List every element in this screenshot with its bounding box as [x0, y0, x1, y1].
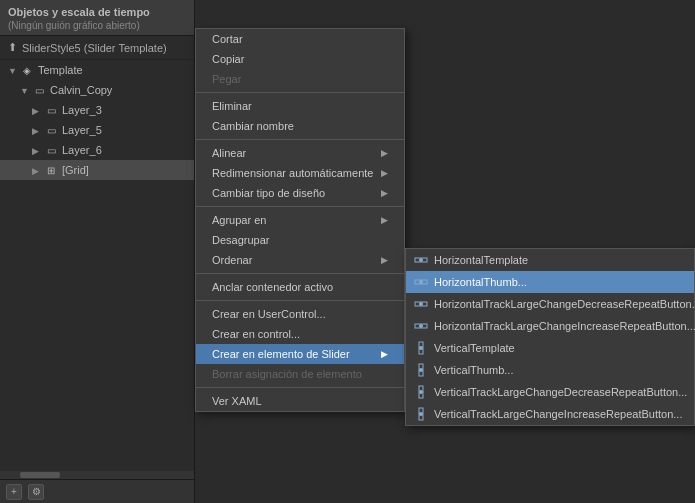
slider-icon	[414, 385, 428, 399]
style-label: SliderStyle5 (Slider Template)	[22, 42, 167, 54]
submenu-label: HorizontalThumb...	[434, 276, 527, 288]
menu-ordenar[interactable]: Ordenar ▶	[196, 250, 404, 270]
menu-crear-slider[interactable]: Crear en elemento de Slider ▶	[196, 344, 404, 364]
menu-ver-xaml[interactable]: Ver XAML	[196, 391, 404, 411]
scrollbar-thumb	[20, 472, 60, 478]
svg-point-13	[419, 390, 423, 394]
submenu-horizontal-template[interactable]: HorizontalTemplate	[406, 249, 694, 271]
panel-title: Objetos y escala de tiempo	[8, 6, 186, 18]
left-panel: Objetos y escala de tiempo (Ningún guión…	[0, 0, 195, 503]
menu-crear-control-label: Crear en control...	[212, 328, 300, 340]
menu-borrar-asignacion: Borrar asignación de elemento	[196, 364, 404, 384]
panel-bottom: + ⚙	[0, 479, 194, 503]
slider-icon	[414, 253, 428, 267]
svg-point-3	[419, 280, 423, 284]
menu-eliminar-label: Eliminar	[212, 100, 252, 112]
menu-crear-usercontrol[interactable]: Crear en UserControl...	[196, 304, 404, 324]
menu-cortar[interactable]: Cortar	[196, 29, 404, 49]
menu-alinear[interactable]: Alinear ▶	[196, 143, 404, 163]
expand-arrow: ▼	[20, 86, 28, 94]
person-icon: ⬆	[8, 41, 17, 54]
slider-icon	[414, 407, 428, 421]
layer-icon: ▭	[44, 103, 58, 117]
menu-cortar-label: Cortar	[212, 33, 243, 45]
tree-item-layer3[interactable]: ▶ ▭ Layer_3	[0, 100, 194, 120]
menu-crear-slider-label: Crear en elemento de Slider	[212, 348, 350, 360]
menu-cambiar-nombre-label: Cambiar nombre	[212, 120, 294, 132]
context-menu: Cortar Copiar Pegar Eliminar Cambiar nom…	[195, 28, 405, 412]
template-icon: ◈	[20, 63, 34, 77]
menu-crear-control[interactable]: Crear en control...	[196, 324, 404, 344]
submenu-label: HorizontalTrackLargeChangeIncreaseRepeat…	[434, 320, 695, 332]
menu-agrupar-label: Agrupar en	[212, 214, 266, 226]
tree-item-layer6[interactable]: ▶ ▭ Layer_6	[0, 140, 194, 160]
svg-point-1	[419, 258, 423, 262]
tree-area: ▼ ◈ Template ▼ ▭ Calvin_Copy ▶ ▭ Layer_3…	[0, 60, 194, 471]
menu-redimensionar-label: Redimensionar automáticamente	[212, 167, 373, 179]
tree-label-layer6: Layer_6	[62, 144, 102, 156]
tree-item-template[interactable]: ▼ ◈ Template	[0, 60, 194, 80]
slider-icon	[414, 275, 428, 289]
layer-icon: ▭	[44, 123, 58, 137]
menu-ordenar-label: Ordenar	[212, 254, 252, 266]
menu-anclar[interactable]: Anclar contenedor activo	[196, 277, 404, 297]
grid-icon: ⊞	[44, 163, 58, 177]
tree-label-calvin: Calvin_Copy	[50, 84, 112, 96]
sep1	[196, 92, 404, 93]
tree-label-template: Template	[38, 64, 83, 76]
submenu-horizontal-decrease[interactable]: HorizontalTrackLargeChangeDecreaseRepeat…	[406, 293, 694, 315]
submenu-vertical-decrease[interactable]: VerticalTrackLargeChangeDecreaseRepeatBu…	[406, 381, 694, 403]
svg-point-5	[419, 302, 423, 306]
submenu-horizontal-increase[interactable]: HorizontalTrackLargeChangeIncreaseRepeat…	[406, 315, 694, 337]
menu-pegar-label: Pegar	[212, 73, 241, 85]
slider-icon	[414, 363, 428, 377]
menu-copiar[interactable]: Copiar	[196, 49, 404, 69]
menu-anclar-label: Anclar contenedor activo	[212, 281, 333, 293]
submenu-arrow: ▶	[381, 215, 388, 225]
submenu-arrow: ▶	[381, 349, 388, 359]
submenu-vertical-template[interactable]: VerticalTemplate	[406, 337, 694, 359]
svg-point-15	[419, 412, 423, 416]
settings-button[interactable]: ⚙	[28, 484, 44, 500]
menu-crear-usercontrol-label: Crear en UserControl...	[212, 308, 326, 320]
submenu-vertical-increase[interactable]: VerticalTrackLargeChangeIncreaseRepeatBu…	[406, 403, 694, 425]
add-button[interactable]: +	[6, 484, 22, 500]
expand-arrow: ▶	[32, 146, 40, 154]
style-item[interactable]: ⬆ SliderStyle5 (Slider Template)	[0, 36, 194, 60]
menu-alinear-label: Alinear	[212, 147, 246, 159]
submenu-horizontal-thumb[interactable]: HorizontalThumb...	[406, 271, 694, 293]
svg-point-9	[419, 346, 423, 350]
tree-label-grid: [Grid]	[62, 164, 89, 176]
scrollbar-horizontal[interactable]	[0, 471, 194, 479]
expand-arrow: ▼	[8, 66, 16, 74]
menu-copiar-label: Copiar	[212, 53, 244, 65]
menu-eliminar[interactable]: Eliminar	[196, 96, 404, 116]
panel-subtitle: (Ningún guión gráfico abierto)	[8, 20, 186, 31]
menu-ver-xaml-label: Ver XAML	[212, 395, 262, 407]
menu-redimensionar[interactable]: Redimensionar automáticamente ▶	[196, 163, 404, 183]
menu-agrupar[interactable]: Agrupar en ▶	[196, 210, 404, 230]
submenu-label: VerticalTrackLargeChangeDecreaseRepeatBu…	[434, 386, 687, 398]
menu-pegar: Pegar	[196, 69, 404, 89]
submenu-arrow: ▶	[381, 255, 388, 265]
menu-borrar-asignacion-label: Borrar asignación de elemento	[212, 368, 362, 380]
menu-cambiar-tipo-label: Cambiar tipo de diseño	[212, 187, 325, 199]
tree-label-layer3: Layer_3	[62, 104, 102, 116]
tree-item-layer5[interactable]: ▶ ▭ Layer_5	[0, 120, 194, 140]
menu-cambiar-nombre[interactable]: Cambiar nombre	[196, 116, 404, 136]
menu-cambiar-tipo[interactable]: Cambiar tipo de diseño ▶	[196, 183, 404, 203]
menu-desagrupar[interactable]: Desagrupar	[196, 230, 404, 250]
slider-icon	[414, 319, 428, 333]
submenu-label: VerticalTrackLargeChangeIncreaseRepeatBu…	[434, 408, 682, 420]
tree-label-layer5: Layer_5	[62, 124, 102, 136]
sep2	[196, 139, 404, 140]
slider-icon	[414, 341, 428, 355]
tree-item-calvin[interactable]: ▼ ▭ Calvin_Copy	[0, 80, 194, 100]
submenu-vertical-thumb[interactable]: VerticalThumb...	[406, 359, 694, 381]
sep5	[196, 300, 404, 301]
sep3	[196, 206, 404, 207]
sep4	[196, 273, 404, 274]
svg-point-7	[419, 324, 423, 328]
submenu-arrow: ▶	[381, 148, 388, 158]
tree-item-grid[interactable]: ▶ ⊞ [Grid]	[0, 160, 194, 180]
